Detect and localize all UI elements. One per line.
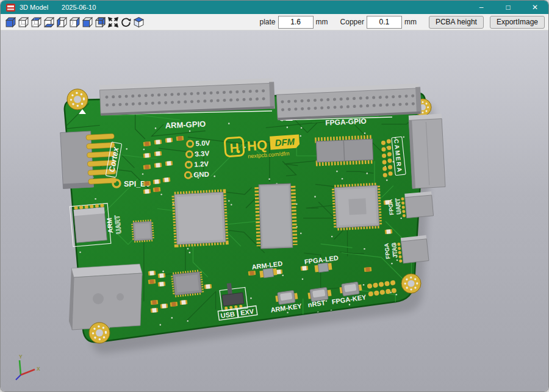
memory-sop-chip[interactable] bbox=[257, 184, 295, 249]
fit-view-icon[interactable] bbox=[107, 16, 120, 29]
ethernet-connector[interactable] bbox=[69, 264, 142, 330]
view-left-face-icon[interactable] bbox=[56, 16, 68, 29]
logo-dfm-text: DFM bbox=[274, 136, 295, 148]
mounting-hole-top-left bbox=[67, 89, 88, 110]
title-bar: 3D Model 2025-06-10 – □ ✕ bbox=[1, 1, 548, 14]
fpga-uart-connector[interactable] bbox=[402, 191, 433, 218]
isometric-view-icon[interactable] bbox=[132, 16, 145, 29]
axes-gizmo: Y X bbox=[16, 354, 40, 380]
power-qfn-chip[interactable] bbox=[173, 272, 201, 295]
copper-unit: mm bbox=[404, 18, 417, 26]
fpga-gpio-label: FPGA-GPIO bbox=[325, 117, 367, 127]
window-date: 2025-06-10 bbox=[62, 4, 96, 11]
plate-input[interactable] bbox=[278, 16, 314, 29]
uart-qfn-chip[interactable] bbox=[133, 221, 152, 241]
app-window: 3D Model 2025-06-10 – □ ✕ bbox=[0, 0, 549, 392]
view-bottom-face-icon[interactable] bbox=[43, 16, 56, 29]
arm-qfp-chip[interactable] bbox=[174, 192, 226, 244]
view-wireframe-cube-icon[interactable] bbox=[17, 16, 30, 29]
power-1v2-label: 1.2V bbox=[194, 160, 209, 168]
pcb-3d-model[interactable]: ARM-GPIO FPGA-GPIO Cortex SPI_B0 5 bbox=[1, 30, 548, 391]
model-viewport[interactable]: ARM-GPIO FPGA-GPIO Cortex SPI_B0 5 bbox=[1, 30, 548, 391]
maximize-button[interactable]: □ bbox=[495, 1, 522, 14]
view-solid-cube-icon[interactable] bbox=[4, 16, 17, 29]
view-top-face-icon[interactable] bbox=[30, 16, 43, 29]
dual-sop-chip[interactable] bbox=[315, 138, 373, 163]
toolbar: plate mm Copper mm PCBA height ExportIma… bbox=[1, 14, 548, 30]
copper-input[interactable] bbox=[367, 16, 402, 29]
fpga-uart-label-group: FPGA UART bbox=[387, 198, 403, 216]
minimize-button[interactable]: – bbox=[468, 1, 495, 14]
mounting-hole-bottom-right bbox=[401, 274, 421, 293]
axis-x-label: X bbox=[37, 366, 40, 372]
copper-label: Copper bbox=[340, 18, 364, 26]
close-button[interactable]: ✕ bbox=[522, 1, 548, 14]
pcba-height-button[interactable]: PCBA height bbox=[429, 16, 484, 29]
view-right-face-icon[interactable] bbox=[68, 16, 81, 29]
power-5v-label: 5.0V bbox=[195, 139, 210, 147]
view-back-face-icon[interactable] bbox=[94, 16, 107, 29]
fpga-jtag-label-group: FPGA JTAG bbox=[383, 242, 399, 260]
view-front-face-icon[interactable] bbox=[81, 16, 94, 29]
export-image-button[interactable]: ExportImage bbox=[490, 16, 545, 29]
rotate-view-icon[interactable] bbox=[120, 16, 132, 29]
camera-connector[interactable] bbox=[409, 114, 445, 189]
fpga-qfp-chip[interactable] bbox=[334, 185, 379, 228]
logo-hq-text: HQ bbox=[246, 137, 268, 154]
app-icon bbox=[6, 4, 15, 12]
arm-gpio-label: ARM-GPIO bbox=[165, 119, 206, 130]
power-3v3-label: 3.3V bbox=[195, 149, 210, 157]
axis-y-label: Y bbox=[19, 354, 23, 360]
plate-label: plate bbox=[260, 18, 276, 26]
plate-unit: mm bbox=[316, 18, 328, 26]
fpga-jtag-connector[interactable] bbox=[398, 235, 429, 264]
fpga-gpio-connector[interactable] bbox=[276, 84, 422, 121]
power-gnd-label: GND bbox=[193, 170, 209, 178]
mounting-hole-bottom-left bbox=[89, 323, 110, 343]
window-title: 3D Model bbox=[20, 4, 48, 11]
